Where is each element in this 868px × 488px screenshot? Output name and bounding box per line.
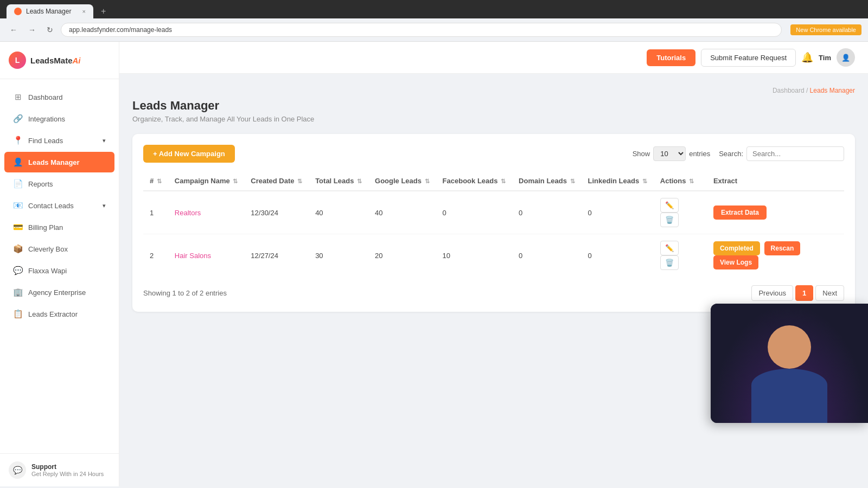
- tab-close-btn[interactable]: ×: [82, 8, 86, 15]
- cell-google-1: 40: [368, 191, 436, 234]
- cell-date-2: 12/27/24: [244, 234, 309, 277]
- page-header: Dashboard / Leads Manager Leads Manager …: [132, 87, 855, 123]
- browser-chrome: Leads Manager × +: [0, 0, 868, 18]
- sidebar-label-cleverly-box: Cleverly Box: [28, 245, 68, 253]
- sidebar-item-flaxxa[interactable]: 💬 Flaxxa Wapi: [4, 260, 114, 281]
- col-extract: Extract: [707, 171, 844, 191]
- sidebar-label-agency: Agency Enterprise: [28, 288, 86, 297]
- sidebar-item-billing[interactable]: 💳 Billing Plan: [4, 217, 114, 237]
- sidebar-label-contact-leads: Contact Leads: [28, 202, 74, 210]
- feature-request-btn[interactable]: Submit Feature Request: [701, 49, 796, 67]
- tutorials-btn[interactable]: Tutorials: [647, 49, 695, 66]
- col-actions: Actions ⇅: [654, 171, 707, 191]
- sidebar-item-leads-manager[interactable]: 👤 Leads Manager: [4, 152, 114, 172]
- extract-data-btn-1[interactable]: Extract Data: [713, 206, 767, 220]
- sidebar-nav: ⊞ Dashboard 🔗 Integrations 📍 Find Leads …: [0, 79, 119, 453]
- entries-select[interactable]: 10 25 50 100: [653, 146, 686, 161]
- find-leads-arrow: ▾: [103, 137, 106, 144]
- cell-num-2: 2: [143, 234, 168, 277]
- integrations-icon: 🔗: [13, 114, 23, 124]
- search-box: Search:: [719, 146, 844, 161]
- sidebar-item-contact-leads[interactable]: 📧 Contact Leads ▾: [4, 195, 114, 216]
- show-entries: Show 10 25 50 100 entries: [633, 146, 711, 161]
- tab-bar: Leads Manager × +: [7, 4, 861, 18]
- cleverly-box-icon: 📦: [13, 244, 23, 254]
- edit-btn-1[interactable]: ✏️: [660, 198, 679, 213]
- page-title: Leads Manager: [132, 99, 855, 113]
- user-avatar[interactable]: 👤: [837, 48, 855, 67]
- billing-icon: 💳: [13, 222, 23, 232]
- logo-text: LeadsMateAi: [30, 56, 81, 65]
- page-1-btn[interactable]: 1: [795, 285, 813, 301]
- cell-facebook-1: 0: [436, 191, 512, 234]
- table-header-row: # ⇅ Campaign Name ⇅ Created Date ⇅ Total…: [143, 171, 844, 191]
- sidebar-label-flaxxa: Flaxxa Wapi: [28, 267, 67, 275]
- active-tab[interactable]: Leads Manager ×: [7, 4, 93, 18]
- sidebar-label-dashboard: Dashboard: [28, 93, 63, 101]
- chrome-update-btn[interactable]: New Chrome available: [790, 24, 861, 35]
- sidebar-item-find-leads[interactable]: 📍 Find Leads ▾: [4, 130, 114, 151]
- edit-btn-2[interactable]: ✏️: [660, 241, 679, 255]
- col-total: Total Leads ⇅: [309, 171, 368, 191]
- breadcrumb-home[interactable]: Dashboard: [773, 87, 805, 94]
- campaigns-table-section: + Add New Campaign Show 10 25 50 100 ent…: [132, 134, 855, 312]
- url-bar[interactable]: app.leadsfynder.com/manage-leads: [61, 23, 782, 37]
- breadcrumb: Dashboard / Leads Manager: [132, 87, 855, 94]
- cell-total-1: 40: [309, 191, 368, 234]
- back-btn[interactable]: ←: [7, 23, 21, 36]
- sidebar-label-leads-extractor: Leads Extractor: [28, 310, 78, 318]
- sidebar-item-dashboard[interactable]: ⊞ Dashboard: [4, 87, 114, 107]
- table-controls: Show 10 25 50 100 entries Search:: [633, 146, 844, 161]
- person-head: [768, 325, 811, 369]
- forward-btn[interactable]: →: [25, 23, 39, 36]
- next-page-btn[interactable]: Next: [815, 285, 844, 301]
- leads-extractor-icon: 📋: [13, 309, 23, 319]
- tab-title: Leads Manager: [26, 8, 71, 15]
- rescan-btn-2[interactable]: Rescan: [764, 241, 801, 255]
- sidebar-item-cleverly-box[interactable]: 📦 Cleverly Box: [4, 239, 114, 259]
- table-row: 2 Hair Salons 12/27/24 30 20 10 0 0 ✏️🗑️…: [143, 234, 844, 277]
- browser-controls: ← → ↻ app.leadsfynder.com/manage-leads N…: [0, 18, 868, 42]
- find-leads-icon: 📍: [13, 136, 23, 145]
- campaign-link-2[interactable]: Hair Salons: [175, 252, 211, 260]
- sidebar-support[interactable]: 💬 Support Get Reply With in 24 Hours: [0, 453, 119, 486]
- cell-actions-2: ✏️🗑️: [654, 234, 707, 277]
- delete-btn-2[interactable]: 🗑️: [660, 255, 679, 270]
- col-linkedin: Linkedin Leads ⇅: [582, 171, 654, 191]
- person-body: [751, 369, 827, 423]
- sidebar-label-integrations: Integrations: [28, 115, 65, 123]
- breadcrumb-current: Leads Manager: [810, 87, 855, 94]
- dashboard-icon: ⊞: [13, 92, 23, 102]
- sidebar-item-reports[interactable]: 📄 Reports: [4, 174, 114, 194]
- sidebar-label-billing: Billing Plan: [28, 223, 63, 232]
- prev-page-btn[interactable]: Previous: [751, 285, 793, 301]
- support-subtitle: Get Reply With in 24 Hours: [31, 471, 104, 477]
- add-campaign-btn[interactable]: + Add New Campaign: [143, 145, 235, 163]
- support-icon: 💬: [9, 461, 26, 479]
- table-footer: Showing 1 to 2 of 2 entries Previous 1 N…: [143, 285, 844, 301]
- search-input[interactable]: [746, 146, 844, 161]
- pagination: Previous 1 Next: [751, 285, 844, 301]
- cell-actions-1: ✏️🗑️: [654, 191, 707, 234]
- delete-btn-1[interactable]: 🗑️: [660, 213, 679, 227]
- flaxxa-icon: 💬: [13, 266, 23, 275]
- sidebar-item-agency[interactable]: 🏢 Agency Enterprise: [4, 282, 114, 303]
- campaign-link-1[interactable]: Realtors: [175, 209, 201, 217]
- new-tab-btn[interactable]: +: [97, 4, 110, 18]
- show-label: Show: [633, 150, 650, 158]
- cell-campaign-1: Realtors: [168, 191, 244, 234]
- sidebar-item-leads-extractor[interactable]: 📋 Leads Extractor: [4, 304, 114, 324]
- logo-icon: L: [9, 52, 26, 69]
- contact-leads-arrow: ▾: [103, 202, 106, 209]
- refresh-btn[interactable]: ↻: [43, 23, 56, 36]
- notification-bell-icon[interactable]: 🔔: [801, 52, 813, 63]
- video-overlay: [711, 304, 868, 423]
- completed-btn-2[interactable]: Completed: [713, 241, 760, 255]
- cell-num-1: 1: [143, 191, 168, 234]
- campaigns-table: # ⇅ Campaign Name ⇅ Created Date ⇅ Total…: [143, 171, 844, 277]
- cell-domain-2: 0: [512, 234, 581, 277]
- leads-manager-icon: 👤: [13, 157, 23, 167]
- sidebar-item-integrations[interactable]: 🔗 Integrations: [4, 108, 114, 129]
- cell-domain-1: 0: [512, 191, 581, 234]
- view-logs-btn-2[interactable]: View Logs: [713, 255, 758, 269]
